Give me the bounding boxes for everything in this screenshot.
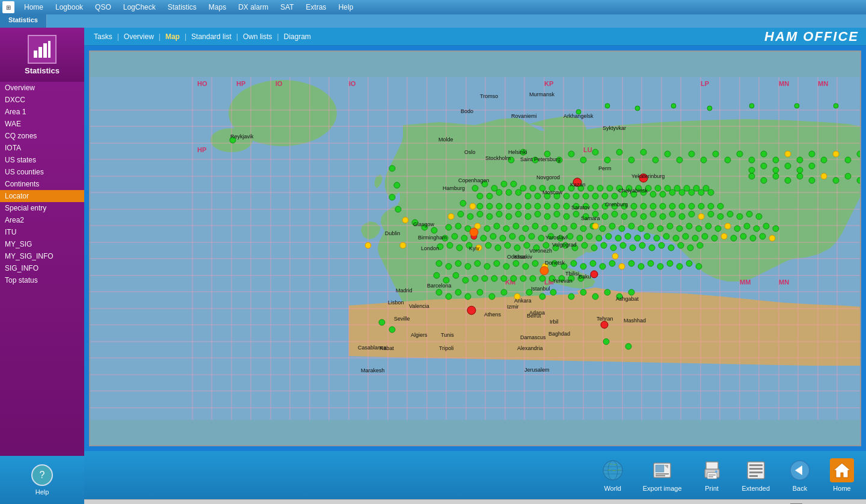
toolbar-export[interactable]: Export image xyxy=(643,458,682,492)
menu-home[interactable]: Home xyxy=(18,2,49,13)
sidebar-item-mysiginfo[interactable]: MY_SIG_INFO xyxy=(0,250,84,262)
sidebar-item-dxcc[interactable]: DXCC xyxy=(0,94,84,106)
menu-statistics[interactable]: Statistics xyxy=(162,2,203,13)
sidebar-item-siginfo[interactable]: SIG_INFO xyxy=(0,262,84,274)
svg-point-407 xyxy=(580,289,586,295)
svg-point-360 xyxy=(511,275,517,281)
svg-point-88 xyxy=(535,193,541,199)
svg-point-338 xyxy=(571,260,577,266)
svg-point-275 xyxy=(620,242,626,248)
subnav-overview[interactable]: Overview xyxy=(121,31,156,42)
menu-maps[interactable]: Maps xyxy=(203,2,232,13)
svg-point-358 xyxy=(491,275,497,281)
svg-point-80 xyxy=(496,189,502,195)
svg-point-196 xyxy=(542,226,548,232)
sidebar-item-area2[interactable]: Area2 xyxy=(0,214,84,226)
subnav: Tasks | Overview | Map | Standard list |… xyxy=(84,28,866,46)
sidebar-item-continents[interactable]: Continents xyxy=(0,178,84,190)
sidebar-item-mysig[interactable]: MY_SIG xyxy=(0,238,84,250)
svg-point-305 xyxy=(640,149,646,155)
svg-point-193 xyxy=(513,223,519,229)
subnav-map[interactable]: Map xyxy=(163,31,182,42)
sidebar-item-locator[interactable]: Locator xyxy=(0,190,84,202)
svg-point-175 xyxy=(660,214,666,220)
svg-point-83 xyxy=(511,181,517,187)
svg-point-384 xyxy=(809,163,815,169)
svg-rect-503 xyxy=(749,468,763,470)
sidebar-item-iota[interactable]: IOTA xyxy=(0,142,84,154)
subnav-ownlists[interactable]: Own lists xyxy=(241,31,275,42)
svg-point-317 xyxy=(785,151,791,157)
svg-point-362 xyxy=(530,275,536,281)
svg-point-149 xyxy=(689,203,695,209)
svg-point-85 xyxy=(520,185,526,191)
menu-sat[interactable]: SAT xyxy=(274,2,299,13)
svg-point-157 xyxy=(487,214,493,220)
svg-point-255 xyxy=(769,235,775,241)
toolbar-print[interactable]: Print xyxy=(700,458,724,492)
statusbar: HAM Office Copyright 2021 ARCOMM GmbH SQ… xyxy=(0,499,866,504)
svg-text:Istanbul: Istanbul xyxy=(531,286,550,292)
print-icon xyxy=(700,458,724,482)
sidebar-item-topstatus[interactable]: Top status xyxy=(0,274,84,286)
svg-point-404 xyxy=(539,293,545,300)
svg-point-235 xyxy=(577,235,583,241)
sidebar-item-cqzones[interactable]: CQ zones xyxy=(0,130,84,142)
sidebar-item-area1[interactable]: Area 1 xyxy=(0,106,84,118)
svg-point-219 xyxy=(763,223,769,229)
svg-point-86 xyxy=(525,193,531,199)
sidebar-item-overview[interactable]: Overview xyxy=(0,82,84,94)
svg-point-152 xyxy=(717,203,723,209)
svg-point-315 xyxy=(761,151,767,157)
svg-point-238 xyxy=(606,233,612,239)
help-button[interactable]: ? Help xyxy=(0,456,84,504)
sidebar-item-uscounties[interactable]: US counties xyxy=(0,166,84,178)
svg-text:Birmingham: Birmingham xyxy=(418,235,447,241)
toolbar-extended[interactable]: Extended xyxy=(742,458,770,492)
svg-rect-500 xyxy=(708,476,713,478)
sidebar-item-wae[interactable]: WAE xyxy=(0,118,84,130)
tab-statistics[interactable]: Statistics xyxy=(0,14,47,28)
svg-point-223 xyxy=(461,235,467,241)
svg-point-313 xyxy=(737,151,743,157)
sidebar-item-specialentry[interactable]: Special entry xyxy=(0,202,84,214)
subnav-tasks[interactable]: Tasks xyxy=(91,31,115,42)
toolbar-back[interactable]: Back xyxy=(788,458,812,492)
svg-point-389 xyxy=(707,106,712,111)
menu-logbook[interactable]: Logbook xyxy=(49,2,89,13)
svg-point-101 xyxy=(597,185,603,191)
sidebar-item-usstates[interactable]: US states xyxy=(0,154,84,166)
menu-help[interactable]: Help xyxy=(333,2,360,13)
svg-point-301 xyxy=(592,149,598,155)
svg-text:Stockholm: Stockholm xyxy=(485,155,511,161)
map-area[interactable]: HO HP IO IO HP KP LP MN MN KM LM MM MN L… xyxy=(89,51,861,446)
menu-dxalarm[interactable]: DX alarm xyxy=(232,2,274,13)
menu-qso[interactable]: QSO xyxy=(89,2,117,13)
svg-point-213 xyxy=(705,223,711,229)
menu-logcheck[interactable]: LogCheck xyxy=(117,2,162,13)
menu-extras[interactable]: Extras xyxy=(300,2,333,13)
svg-point-340 xyxy=(590,260,596,266)
toolbar-home[interactable]: Home xyxy=(830,458,854,492)
subnav-diagram[interactable]: Diagram xyxy=(281,31,313,42)
toolbar-world[interactable]: World xyxy=(601,458,625,492)
svg-point-237 xyxy=(596,235,602,241)
svg-point-180 xyxy=(708,211,714,217)
svg-point-161 xyxy=(525,214,531,220)
svg-text:Alexandria: Alexandria xyxy=(517,345,543,351)
svg-point-289 xyxy=(402,217,408,223)
svg-text:Kyiv: Kyiv xyxy=(469,245,480,251)
sidebar-item-itu[interactable]: ITU xyxy=(0,226,84,238)
svg-point-190 xyxy=(484,226,490,232)
svg-point-307 xyxy=(665,151,671,157)
svg-point-169 xyxy=(602,214,608,220)
svg-point-390 xyxy=(749,103,754,108)
svg-text:Perm: Perm xyxy=(598,165,612,171)
extended-icon xyxy=(744,458,768,482)
svg-point-220 xyxy=(773,226,779,232)
svg-point-354 xyxy=(453,272,459,278)
svg-point-376 xyxy=(833,177,839,183)
subnav-standardlist[interactable]: Standard list xyxy=(189,31,234,42)
svg-text:Tromso: Tromso xyxy=(480,93,498,99)
svg-point-481 xyxy=(612,253,618,259)
